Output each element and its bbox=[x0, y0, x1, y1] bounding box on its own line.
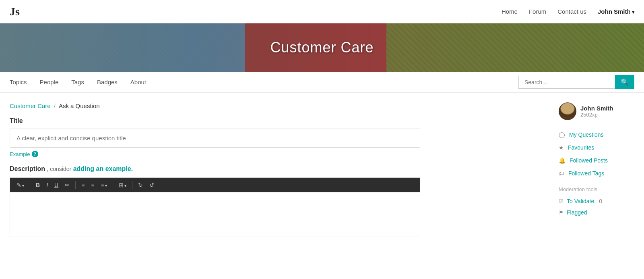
sub-nav: Topics People Tags Badges About 🔍 bbox=[0, 72, 644, 93]
italic-btn[interactable]: I bbox=[44, 180, 50, 190]
moderation-validate-item[interactable]: ☑ To Validate 0 bbox=[559, 196, 634, 207]
user-name: John Smith bbox=[580, 105, 613, 112]
validate-count: 0 bbox=[599, 198, 602, 204]
breadcrumb-separator: / bbox=[54, 102, 56, 109]
sidebar-user: John Smith 2502xp bbox=[559, 102, 634, 120]
toolbar-sep-4 bbox=[132, 181, 132, 189]
user-info: John Smith 2502xp bbox=[580, 105, 613, 118]
editor-container: ✎ B I U ✏ ≡ ≡ ≡ ⊞ ↻ ↺ bbox=[10, 177, 420, 237]
underline-btn[interactable]: U bbox=[52, 180, 61, 190]
example-text: Example bbox=[10, 151, 30, 157]
banner-olive-bg bbox=[386, 23, 644, 72]
title-label: Title bbox=[10, 117, 420, 125]
bell-icon: 🔔 bbox=[559, 157, 566, 164]
favourites-label: Favourites bbox=[568, 144, 594, 151]
redo-btn[interactable]: ↺ bbox=[147, 180, 157, 190]
avatar bbox=[559, 102, 576, 120]
subnav-tags-link[interactable]: Tags bbox=[71, 77, 84, 87]
breadcrumb: Customer Care / Ask a Question bbox=[10, 102, 420, 109]
toolbar-sep-2 bbox=[75, 181, 76, 189]
sub-nav-links: Topics People Tags Badges About bbox=[10, 77, 146, 87]
example-link[interactable]: Example ? bbox=[10, 151, 420, 157]
flag-icon: ⚑ bbox=[559, 210, 564, 216]
flagged-label: Flagged bbox=[567, 209, 587, 216]
tag-icon: 🏷 bbox=[559, 170, 564, 177]
breadcrumb-parent-link[interactable]: Customer Care bbox=[10, 102, 51, 109]
search-bar: 🔍 bbox=[518, 75, 634, 89]
format-btn[interactable]: ✎ bbox=[14, 180, 27, 190]
validate-label: To Validate bbox=[567, 198, 594, 204]
editor-body[interactable] bbox=[10, 192, 420, 237]
sidebar-favourites-link[interactable]: ★ Favourites bbox=[559, 141, 634, 154]
star-icon: ★ bbox=[559, 144, 564, 151]
title-input[interactable] bbox=[10, 129, 420, 148]
sidebar-followed-tags-link[interactable]: 🏷 Followed Tags bbox=[559, 167, 634, 180]
subnav-topics-link[interactable]: Topics bbox=[10, 77, 27, 87]
help-icon: ? bbox=[32, 151, 38, 157]
validate-icon: ☑ bbox=[559, 198, 564, 204]
description-label-text: Description bbox=[10, 165, 45, 172]
strikethrough-btn[interactable]: ✏ bbox=[62, 180, 72, 190]
followed-posts-label: Followed Posts bbox=[570, 157, 608, 164]
content-area: Customer Care / Ask a Question Title Exa… bbox=[10, 102, 420, 237]
undo-btn[interactable]: ↻ bbox=[136, 180, 145, 190]
main-layout: Customer Care / Ask a Question Title Exa… bbox=[0, 93, 644, 237]
description-note: , consider bbox=[47, 166, 71, 172]
banner-title: Customer Care bbox=[270, 39, 374, 56]
nav-contact-link[interactable]: Contact us bbox=[557, 8, 586, 15]
moderation-tools-title: Moderation tools bbox=[559, 186, 634, 192]
user-xp: 2502xp bbox=[580, 112, 613, 118]
align-btn[interactable]: ≡ bbox=[98, 180, 109, 190]
followed-tags-label: Followed Tags bbox=[568, 170, 604, 177]
top-nav: Js Home Forum Contact us John Smith bbox=[0, 0, 644, 23]
nav-home-link[interactable]: Home bbox=[502, 8, 518, 15]
sidebar-my-questions-link[interactable]: ◯ My Questions bbox=[559, 128, 634, 141]
moderation-flagged-item[interactable]: ⚑ Flagged bbox=[559, 207, 634, 218]
nav-user-menu[interactable]: John Smith bbox=[598, 8, 634, 15]
banner-denim-bg bbox=[0, 23, 245, 72]
subnav-about-link[interactable]: About bbox=[130, 77, 146, 87]
nav-forum-link[interactable]: Forum bbox=[529, 8, 546, 15]
description-example-link[interactable]: adding an example. bbox=[73, 165, 133, 172]
nav-links: Home Forum Contact us John Smith bbox=[502, 8, 634, 15]
bold-btn[interactable]: B bbox=[33, 180, 42, 190]
search-button[interactable]: 🔍 bbox=[615, 75, 634, 89]
table-btn[interactable]: ⊞ bbox=[116, 180, 129, 190]
editor-toolbar: ✎ B I U ✏ ≡ ≡ ≡ ⊞ ↻ ↺ bbox=[10, 178, 420, 192]
sidebar: John Smith 2502xp ◯ My Questions ★ Favou… bbox=[546, 102, 634, 237]
logo: Js bbox=[10, 5, 20, 18]
subnav-badges-link[interactable]: Badges bbox=[97, 77, 118, 87]
numbered-list-btn[interactable]: ≡ bbox=[89, 180, 97, 190]
description-label: Description , consider adding an example… bbox=[10, 165, 420, 173]
search-input[interactable] bbox=[518, 76, 615, 89]
toolbar-sep-1 bbox=[30, 181, 30, 189]
question-icon: ◯ bbox=[559, 131, 565, 138]
bullet-list-btn[interactable]: ≡ bbox=[79, 180, 87, 190]
banner: Customer Care bbox=[0, 23, 644, 72]
avatar-image bbox=[559, 102, 576, 120]
toolbar-sep-3 bbox=[113, 181, 113, 189]
sidebar-followed-posts-link[interactable]: 🔔 Followed Posts bbox=[559, 154, 634, 167]
subnav-people-link[interactable]: People bbox=[40, 77, 59, 87]
breadcrumb-current: Ask a Question bbox=[59, 102, 100, 109]
my-questions-label: My Questions bbox=[569, 131, 604, 138]
